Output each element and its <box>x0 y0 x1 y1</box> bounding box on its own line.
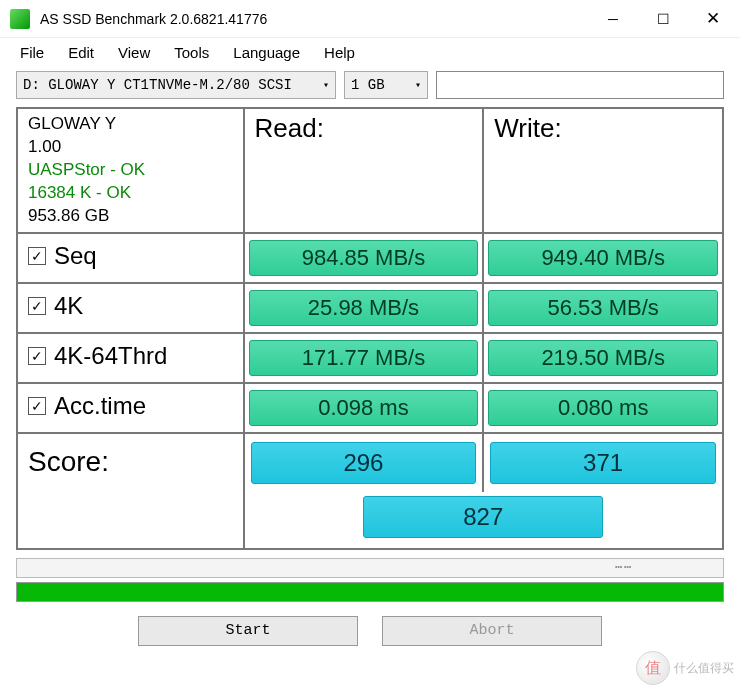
score-total-value: 827 <box>363 496 603 538</box>
row-4k: ✓ 4K 25.98 MB/s 56.53 MB/s <box>17 283 723 333</box>
progress-bar <box>16 582 724 602</box>
acc-read-value: 0.098 ms <box>249 390 479 426</box>
drive-firmware: 1.00 <box>28 136 233 159</box>
titlebar: AS SSD Benchmark 2.0.6821.41776 ─ ☐ ✕ <box>0 0 740 38</box>
window-controls: ─ ☐ ✕ <box>588 3 738 35</box>
fourk-label: 4K <box>54 292 83 320</box>
drive-select[interactable]: D: GLOWAY Y CT1TNVMe-M.2/80 SCSI ▾ <box>16 71 336 99</box>
seq-label: Seq <box>54 242 97 270</box>
score-label: Score: <box>17 433 244 549</box>
drive-name: GLOWAY Y <box>28 113 233 136</box>
results-area: GLOWAY Y 1.00 UASPStor - OK 16384 K - OK… <box>0 107 740 550</box>
drive-select-value: D: GLOWAY Y CT1TNVMe-M.2/80 SCSI <box>23 77 292 93</box>
menu-tools[interactable]: Tools <box>174 44 209 61</box>
fourk-read-value: 25.98 MB/s <box>249 290 479 326</box>
fourk64-label: 4K-64Thrd <box>54 342 167 370</box>
toolbar: D: GLOWAY Y CT1TNVMe-M.2/80 SCSI ▾ 1 GB … <box>0 71 740 107</box>
row-score: Score: 296 371 <box>17 433 723 492</box>
seq-write-value: 949.40 MB/s <box>488 240 718 276</box>
drive-info-cell: GLOWAY Y 1.00 UASPStor - OK 16384 K - OK… <box>17 108 244 233</box>
watermark-text: 什么值得买 <box>674 660 734 677</box>
fourk-write-value: 56.53 MB/s <box>488 290 718 326</box>
window-title: AS SSD Benchmark 2.0.6821.41776 <box>40 11 588 27</box>
size-select-value: 1 GB <box>351 77 385 93</box>
drive-alignment-status: 16384 K - OK <box>28 182 233 205</box>
progress-area: ┄┄ <box>0 550 740 606</box>
progress-text: ┄┄ <box>16 558 724 578</box>
menu-edit[interactable]: Edit <box>68 44 94 61</box>
seq-read-value: 984.85 MB/s <box>249 240 479 276</box>
read-header: Read: <box>244 108 484 233</box>
write-header: Write: <box>483 108 723 233</box>
acc-checkbox[interactable]: ✓ <box>28 397 46 415</box>
row-acc: ✓ Acc.time 0.098 ms 0.080 ms <box>17 383 723 433</box>
score-write-value: 371 <box>490 442 716 484</box>
seq-checkbox[interactable]: ✓ <box>28 247 46 265</box>
close-button[interactable]: ✕ <box>688 3 738 35</box>
chevron-down-icon: ▾ <box>415 79 421 91</box>
menu-view[interactable]: View <box>118 44 150 61</box>
fourk64-write-value: 219.50 MB/s <box>488 340 718 376</box>
row-4k64: ✓ 4K-64Thrd 171.77 MB/s 219.50 MB/s <box>17 333 723 383</box>
watermark: 值 什么值得买 <box>636 651 734 685</box>
chevron-down-icon: ▾ <box>323 79 329 91</box>
app-icon <box>10 9 30 29</box>
score-read-value: 296 <box>251 442 477 484</box>
abort-button: Abort <box>382 616 602 646</box>
watermark-badge-icon: 值 <box>636 651 670 685</box>
fourk64-read-value: 171.77 MB/s <box>249 340 479 376</box>
fourk64-checkbox[interactable]: ✓ <box>28 347 46 365</box>
menu-language[interactable]: Language <box>233 44 300 61</box>
menu-file[interactable]: File <box>20 44 44 61</box>
acc-label: Acc.time <box>54 392 146 420</box>
maximize-button[interactable]: ☐ <box>638 3 688 35</box>
menu-help[interactable]: Help <box>324 44 355 61</box>
menubar: File Edit View Tools Language Help <box>0 38 740 71</box>
results-table: GLOWAY Y 1.00 UASPStor - OK 16384 K - OK… <box>16 107 724 550</box>
fourk-checkbox[interactable]: ✓ <box>28 297 46 315</box>
minimize-button[interactable]: ─ <box>588 3 638 35</box>
acc-write-value: 0.080 ms <box>488 390 718 426</box>
button-row: Start Abort <box>0 606 740 658</box>
progress-dots-icon: ┄┄ <box>615 560 633 574</box>
size-select[interactable]: 1 GB ▾ <box>344 71 428 99</box>
drive-driver-status: UASPStor - OK <box>28 159 233 182</box>
start-button[interactable]: Start <box>138 616 358 646</box>
filter-input[interactable] <box>436 71 724 99</box>
drive-capacity: 953.86 GB <box>28 205 233 228</box>
row-seq: ✓ Seq 984.85 MB/s 949.40 MB/s <box>17 233 723 283</box>
